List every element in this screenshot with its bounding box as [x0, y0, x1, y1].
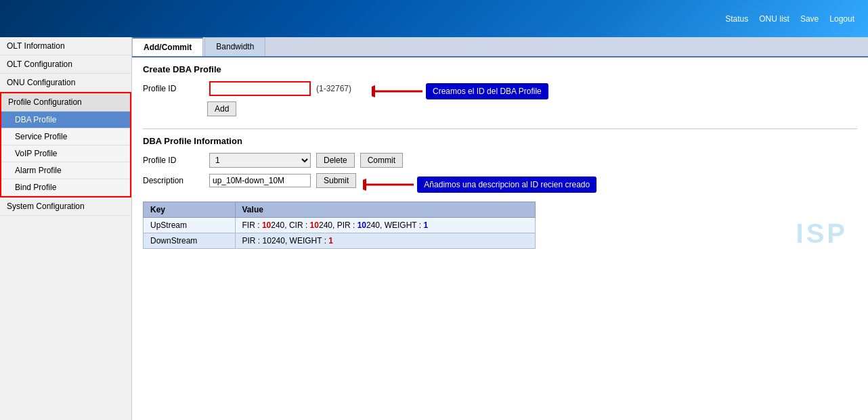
profile-id-hint: (1-32767) — [316, 84, 351, 93]
submit-button[interactable]: Submit — [316, 173, 356, 188]
dba-info-table: Key Value UpStream FIR : 10240, CIR : 10… — [143, 202, 536, 249]
table-cell-value-upstream: FIR : 10240, CIR : 10240, PIR : 10240, W… — [235, 218, 535, 233]
create-dba-title: Create DBA Profile — [143, 64, 857, 74]
description-input[interactable] — [209, 174, 311, 187]
arrow2-icon — [363, 174, 417, 195]
sidebar-item-service-profile[interactable]: Service Profile — [1, 129, 130, 145]
sidebar-item-olt-information[interactable]: OLT Information — [0, 37, 131, 55]
dba-profile-id-row: Profile ID 1 Delete Commit — [143, 153, 857, 168]
top-header: Status ONU list Save Logout — [0, 0, 868, 37]
annotation2-tooltip: Añadimos una descripcion al ID recien cr… — [417, 177, 596, 193]
tabs-bar: Add/Commit Bandwidth — [132, 37, 868, 57]
isp-watermark: ISP — [796, 218, 848, 249]
table-cell-key-upstream: UpStream — [144, 218, 236, 233]
nav-onu-list[interactable]: ONU list — [759, 14, 789, 24]
content-area: Create DBA Profile Profile ID (1-32767) … — [132, 57, 868, 256]
table-row: DownStream PIR : 10240, WEIGHT : 1 — [144, 233, 536, 249]
top-nav: Status ONU list Save Logout — [725, 14, 854, 24]
sidebar-item-voip-profile[interactable]: VoIP Profile — [1, 145, 130, 162]
arrow1-icon — [372, 81, 426, 101]
commit-button[interactable]: Commit — [360, 153, 403, 168]
add-button[interactable]: Add — [207, 101, 236, 116]
table-col-key: Key — [144, 202, 236, 218]
table-col-value: Value — [235, 202, 535, 218]
profile-config-section: Profile Configuration DBA Profile Servic… — [0, 92, 131, 197]
profile-id-input[interactable] — [209, 81, 311, 96]
profile-config-header[interactable]: Profile Configuration — [1, 93, 130, 112]
create-profile-id-row: Profile ID (1-32767) — [143, 81, 351, 96]
table-row: UpStream FIR : 10240, CIR : 10240, PIR :… — [144, 218, 536, 233]
sidebar-item-alarm-profile[interactable]: Alarm Profile — [1, 162, 130, 179]
description-label: Description — [143, 176, 204, 185]
sidebar-item-bind-profile[interactable]: Bind Profile — [1, 179, 130, 196]
main-content: Add/Commit Bandwidth Create DBA Profile … — [132, 37, 868, 420]
sidebar-item-onu-configuration[interactable]: ONU Configuration — [0, 74, 131, 92]
main-layout: OLT Information OLT Configuration ONU Co… — [0, 37, 868, 420]
tab-add-commit[interactable]: Add/Commit — [132, 37, 203, 56]
nav-save[interactable]: Save — [800, 14, 819, 24]
nav-status[interactable]: Status — [725, 14, 748, 24]
table-cell-value-downstream: PIR : 10240, WEIGHT : 1 — [235, 233, 535, 249]
description-row: Description Submit — [143, 173, 356, 188]
delete-button[interactable]: Delete — [316, 153, 355, 168]
sidebar: OLT Information OLT Configuration ONU Co… — [0, 37, 132, 420]
create-profile-id-label: Profile ID — [143, 84, 204, 93]
sidebar-item-system-configuration[interactable]: System Configuration — [0, 197, 131, 216]
table-cell-key-downstream: DownStream — [144, 233, 236, 249]
nav-logout[interactable]: Logout — [829, 14, 854, 24]
divider1 — [143, 129, 857, 129]
tab-bandwidth[interactable]: Bandwidth — [204, 37, 265, 56]
annotation1-tooltip: Creamos el ID del DBA Profile — [426, 83, 548, 99]
profile-id-select[interactable]: 1 — [209, 153, 311, 168]
dba-info-title: DBA Profile Information — [143, 136, 857, 146]
dba-profile-id-label: Profile ID — [143, 156, 204, 165]
sidebar-item-olt-configuration[interactable]: OLT Configuration — [0, 55, 131, 74]
sidebar-item-dba-profile[interactable]: DBA Profile — [1, 112, 130, 129]
